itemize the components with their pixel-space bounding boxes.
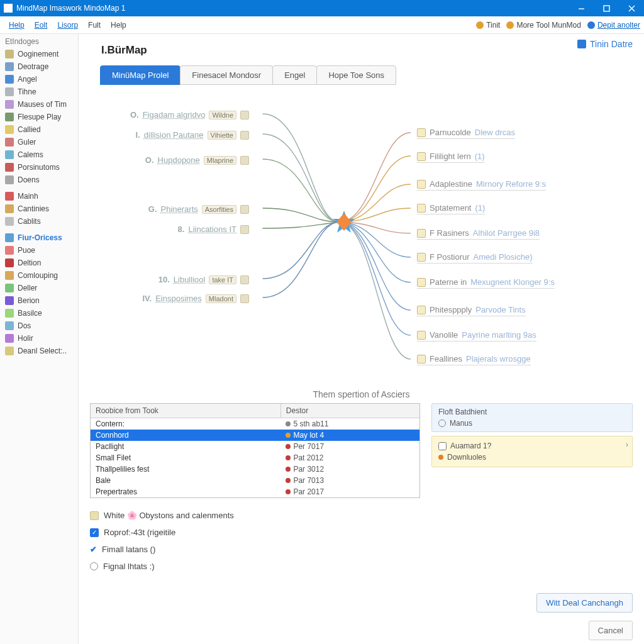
sidebar-item[interactable]: Cablits xyxy=(0,215,78,228)
mindmap-right-node[interactable]: PhitesppplyParvode Tints xyxy=(417,305,526,316)
table-row[interactable]: Contern:5 sth ab11 xyxy=(91,418,419,430)
sidebar-item-label: Basilce xyxy=(18,309,42,318)
sidebar-item[interactable]: Deller xyxy=(0,282,78,294)
mindmap-left-node[interactable]: 8.Liincations IT xyxy=(178,225,249,234)
mindmap-right-node[interactable]: Paterne inMexugnent Klonger 9:s xyxy=(417,277,555,289)
menu-right-item[interactable]: More Tool MunMod xyxy=(506,21,581,30)
mindmap-right-node[interactable]: Fililight lern(1) xyxy=(417,152,485,163)
tab[interactable]: Finesacel Mondosr xyxy=(180,65,273,85)
menu-lisorp[interactable]: Lisorp xyxy=(52,18,83,32)
sidebar-item-label: Mainh xyxy=(18,192,38,201)
sidebar-item[interactable]: Holir xyxy=(0,332,78,345)
sidebar-item[interactable]: Flesupe Play xyxy=(0,111,78,123)
mindmap-right-node[interactable]: Sptatement(1) xyxy=(417,203,485,214)
checkbox[interactable] xyxy=(438,442,447,450)
sidebar-item[interactable]: Tihne xyxy=(0,86,78,98)
mindmap-right-node[interactable]: AdaplestineMirnory Reforre 9:s xyxy=(417,179,546,191)
sidebar-item[interactable]: Angel xyxy=(0,73,78,86)
mindmap-left-node[interactable]: G.PhinerartsAsorfities xyxy=(148,204,249,214)
checkbox-icon[interactable] xyxy=(90,528,99,537)
menu-help[interactable]: Help xyxy=(106,18,131,32)
option-icon xyxy=(90,511,99,520)
sidebar-item-label: Cablits xyxy=(18,217,41,226)
sidebar-item[interactable]: Cantinies xyxy=(0,203,78,215)
tabs: MinüMap ProlelFinesacel MondosrEngelHope… xyxy=(100,65,633,85)
table-col-2[interactable]: Destor xyxy=(281,404,419,418)
menu-help[interactable]: Help xyxy=(4,18,30,32)
table-row[interactable]: Thallpelilies festPar 3012 xyxy=(91,464,419,475)
option-row[interactable]: Roprof:-43t (rigeitile xyxy=(90,524,633,541)
node-icon xyxy=(417,229,426,238)
maximize-button[interactable] xyxy=(594,0,619,16)
side-box2-row2[interactable]: Downluoles xyxy=(438,452,626,463)
radio-icon[interactable] xyxy=(90,562,98,570)
top-badge[interactable]: Tinin Datre xyxy=(577,39,633,49)
sidebar-item[interactable]: Dos xyxy=(0,319,78,332)
sidebar-item[interactable]: Ooginement xyxy=(0,48,78,60)
sidebar-item-label: Comlouping xyxy=(18,271,58,280)
option-row[interactable]: Fignal lhtats :) xyxy=(90,558,633,575)
table-row[interactable]: PacllightPer 7017 xyxy=(91,441,419,452)
sidebar-item[interactable]: Mauses of Tim xyxy=(0,98,78,111)
node-icon xyxy=(240,275,249,284)
sidebar-item[interactable]: Porsinutoms xyxy=(0,161,78,174)
sidebar-item[interactable]: Callied xyxy=(0,123,78,136)
primary-button[interactable]: Witt Deal Canchangh xyxy=(536,593,633,613)
cancel-button[interactable]: Cancel xyxy=(589,621,633,640)
sidebar-item[interactable]: Mainh xyxy=(0,190,78,203)
sidebar-item[interactable]: Deanl Select:.. xyxy=(0,345,78,357)
sidebar-item[interactable]: Doens xyxy=(0,174,78,186)
sidebar-item[interactable]: Comlouping xyxy=(0,269,78,282)
side-box1-header: Floft Batdhient xyxy=(438,408,626,416)
sidebar-item-label: Porsinutoms xyxy=(18,163,60,172)
close-button[interactable] xyxy=(619,0,644,16)
option-label: Fignal lhtats :) xyxy=(103,562,155,571)
table-body[interactable]: Contern:5 sth ab11ConnhordMay lot 4Pacll… xyxy=(91,418,419,497)
sidebar-item[interactable]: Basilce xyxy=(0,307,78,319)
menu-fult[interactable]: Fult xyxy=(83,18,106,32)
sidebar-item-label: Mauses of Tim xyxy=(18,100,67,109)
sidebar-item-label: Ooginement xyxy=(18,50,58,58)
mindmap-right-node[interactable]: ParnucoldeDlew drcas xyxy=(417,128,515,139)
sidebar-item[interactable]: Berion xyxy=(0,294,78,307)
table-row[interactable]: ConnhordMay lot 4 xyxy=(91,430,419,441)
mindmap-right-node[interactable]: FeallinesPlajerals wrosgge xyxy=(417,354,531,365)
sidebar-item[interactable]: Puoe xyxy=(0,244,78,257)
mindmap-left-node[interactable]: I.dillision PautaneVihiette xyxy=(136,130,249,140)
table-row[interactable]: BalePar 7013 xyxy=(91,475,419,486)
mindmap-right-node[interactable]: F RasinersAlhilot Parrgee 9i8 xyxy=(417,228,540,240)
table-col-1[interactable]: Roobice from Took xyxy=(91,404,281,418)
sidebar-item[interactable]: Guler xyxy=(0,136,78,148)
mindmap-right-node[interactable]: VanolilePayrine marlting 9as xyxy=(417,330,536,341)
sidebar-item[interactable]: Deotrage xyxy=(0,60,78,73)
table-row[interactable]: Small FiletPat 2012 xyxy=(91,452,419,464)
expand-icon[interactable]: › xyxy=(626,440,628,449)
tab[interactable]: Engel xyxy=(272,65,317,85)
tab[interactable]: Hope Toe Sons xyxy=(316,65,396,85)
sidebar-item[interactable]: Calems xyxy=(0,148,78,161)
mindmap-right-node[interactable]: F PostiorurAmedi Plosiche) xyxy=(417,252,533,264)
sidebar-header: EtIndoges xyxy=(0,34,78,48)
side-box2-row1[interactable]: Auamard 1? xyxy=(438,440,626,452)
sidebar-icon xyxy=(5,204,14,213)
menu-eolt[interactable]: Eolt xyxy=(30,18,53,32)
tab[interactable]: MinüMap Prolel xyxy=(100,65,180,85)
option-row[interactable]: White 🌸 Obystons and calenments xyxy=(90,507,633,524)
sidebar-icon xyxy=(5,347,14,355)
svg-rect-1 xyxy=(604,6,609,11)
side-box1-radio[interactable]: Manus xyxy=(438,419,626,428)
sidebar-item[interactable]: Deltion xyxy=(0,257,78,269)
mindmap-left-node[interactable]: 10.Libulliooltake IT xyxy=(158,275,249,284)
mindmap-left-node[interactable]: O.Figadam algridvoWildne xyxy=(130,110,249,119)
menu-right-item[interactable]: Depit anolter xyxy=(587,21,640,30)
node-icon xyxy=(417,152,426,161)
table-row[interactable]: PrepertratesPar 2017 xyxy=(91,486,419,497)
sidebar-item[interactable]: Fiur-Oricess xyxy=(0,231,78,244)
option-label: Fimall latans () xyxy=(102,545,155,554)
mindmap-left-node[interactable]: O.HupdoponeMlaprine xyxy=(145,155,249,165)
option-row[interactable]: ✔Fimall latans () xyxy=(90,541,633,558)
minimize-button[interactable] xyxy=(569,0,594,16)
mindmap-left-node[interactable]: IV.EinsposimesMladont xyxy=(142,294,249,303)
menu-right-item[interactable]: Tinit xyxy=(476,21,500,30)
node-icon xyxy=(417,180,426,189)
